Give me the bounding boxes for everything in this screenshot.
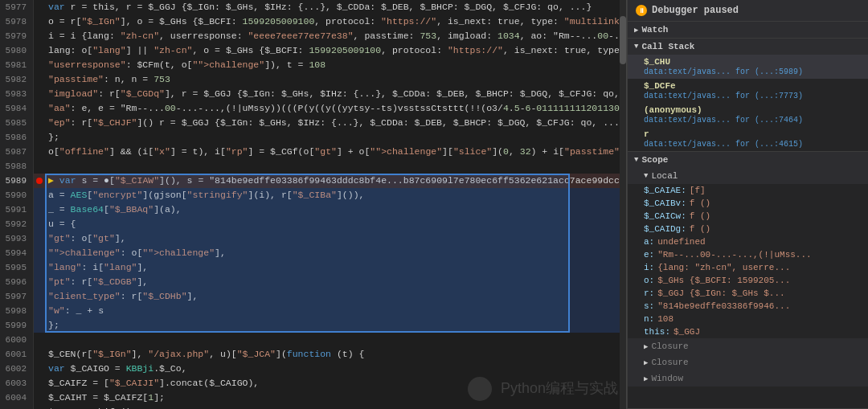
code-line: 5991 _ = Base64["$_BBAq"](a), bbox=[0, 202, 626, 217]
code-line: 5993 "gt": o["gt"], bbox=[0, 231, 626, 246]
code-line: 5997 "client_type": r["$_CDHb"], bbox=[0, 289, 626, 304]
scope-val: "814be9edffe03386f9946... bbox=[657, 301, 790, 311]
line-content: "gt": o["gt"], bbox=[45, 231, 126, 246]
line-content: lang: o["lang"] || "zh-cn", o = $_GHs {$… bbox=[45, 43, 626, 58]
line-number: 5982 bbox=[0, 72, 34, 87]
line-number: 5988 bbox=[0, 159, 34, 174]
line-number: 5994 bbox=[0, 246, 34, 260]
line-number: 6004 bbox=[0, 391, 34, 405]
scope-item: $_CAICw: f () bbox=[628, 210, 868, 223]
code-line: 6000 bbox=[0, 333, 626, 347]
code-line: 5989▶ var s = ●["$_CIAW"](), s = "814be9… bbox=[0, 174, 626, 188]
code-line: 5981 "userresponse": $CFm(t, o["">challe… bbox=[0, 58, 626, 72]
line-content: $_CAIFZ = ["$_CAIJI"].concat($_CAIGO), bbox=[45, 376, 259, 391]
line-number: 5997 bbox=[0, 289, 34, 304]
line-number: 6005 bbox=[0, 405, 34, 409]
call-stack-item[interactable]: $_DCFedata:text/javas... for (...:7773) bbox=[628, 79, 868, 103]
scope-val: [f] bbox=[690, 186, 706, 195]
scope-item: a: undefined bbox=[628, 235, 868, 248]
call-stack-chevron: ▼ bbox=[634, 43, 638, 51]
scope-key: s: bbox=[644, 301, 654, 311]
line-number: 6002 bbox=[0, 362, 34, 376]
call-stack-item[interactable]: (anonymous)data:text/javas... for (...:7… bbox=[628, 103, 868, 127]
line-number: 5989 bbox=[0, 174, 34, 188]
line-number: 5980 bbox=[0, 43, 34, 58]
watch-header[interactable]: ▶ Watch bbox=[628, 22, 868, 38]
line-number: 5995 bbox=[0, 260, 34, 275]
code-line: 5998 "w": _ + s bbox=[0, 304, 626, 318]
call-stack-fn: $_CHU bbox=[644, 57, 670, 67]
scrollbar-thumb[interactable] bbox=[620, 16, 626, 64]
call-stack-file: data:text/javas... for (...:5989) bbox=[644, 67, 803, 76]
line-content: "">challenge": o["">challenge"], bbox=[45, 246, 226, 260]
scope-key: e: bbox=[644, 250, 654, 260]
call-stack-header[interactable]: ▼ Call Stack bbox=[628, 39, 868, 55]
line-content: "client_type": r["$_CDHb"], bbox=[45, 289, 198, 304]
debug-panel: Debugger paused ▶ Watch ▼ Call Stack $_C… bbox=[627, 0, 868, 409]
local-label: Local bbox=[651, 171, 678, 181]
window-header[interactable]: ▶ Window bbox=[628, 370, 868, 387]
line-number: 6001 bbox=[0, 347, 34, 362]
scrollbar[interactable] bbox=[620, 0, 626, 409]
line-content: o = r["$_IGn"], o = $_GHs {$_BCFI: 15992… bbox=[45, 14, 626, 29]
line-content: "passtime": n, n = 753 bbox=[45, 72, 170, 87]
scope-key: $_CAIDg: bbox=[644, 224, 686, 234]
scope-item: $_CAIDg: f () bbox=[628, 223, 868, 235]
closure2-chevron: ▶ bbox=[644, 358, 648, 367]
watch-chevron: ▶ bbox=[634, 26, 638, 35]
scope-key: r: bbox=[644, 288, 654, 298]
line-number: 5990 bbox=[0, 188, 34, 202]
call-stack-item[interactable]: rdata:text/javas... for (...:4615) bbox=[628, 127, 868, 151]
code-line: 5999 }; bbox=[0, 318, 626, 333]
line-content: var $_CAIGO = KBBji.$_Co, bbox=[45, 362, 187, 376]
code-line: 5984 "aa": e, e = "Rm--...00-...-...,(!|… bbox=[0, 101, 626, 116]
line-content: o["offline"] && (i["x"] = t), i["rp"] = … bbox=[45, 145, 626, 159]
local-chevron: ▼ bbox=[644, 172, 648, 180]
code-line: 6005 $_CAIFZ.shift(); bbox=[0, 405, 626, 409]
scope-val: undefined bbox=[657, 237, 705, 247]
line-number: 5985 bbox=[0, 116, 34, 130]
call-stack-fn: r bbox=[644, 129, 649, 139]
scope-key: a: bbox=[644, 237, 654, 247]
call-stack-label: Call Stack bbox=[641, 42, 694, 51]
call-stack-item[interactable]: $_CHUdata:text/javas... for (...:5989) bbox=[628, 55, 868, 79]
scope-item: e: "Rm--...00-...-...,(!|uMss... bbox=[628, 248, 868, 261]
call-stack-file: data:text/javas... for (...:7773) bbox=[644, 92, 803, 100]
code-line: 5979 i = i {lang: "zh-cn", userresponse:… bbox=[0, 29, 626, 43]
scope-key: i: bbox=[644, 263, 654, 272]
line-number: 5981 bbox=[0, 58, 34, 72]
local-scope-header[interactable]: ▼ Local bbox=[628, 168, 868, 184]
code-line: 6004 $_CAIHT = $_CAIFZ[1]; bbox=[0, 391, 626, 405]
paused-icon bbox=[636, 5, 647, 16]
window-chevron: ▶ bbox=[644, 374, 648, 383]
line-content: $_CAIHT = $_CAIFZ[1]; bbox=[45, 391, 165, 405]
scope-header[interactable]: ▼ Scope bbox=[628, 152, 868, 168]
closure-label: Closure bbox=[651, 342, 688, 351]
line-number: 5998 bbox=[0, 304, 34, 318]
line-number: 5999 bbox=[0, 318, 34, 333]
line-content: "userresponse": $CFm(t, o["">challenge"]… bbox=[45, 58, 326, 72]
scope-section: ▼ Scope ▼ Local $_CAIAE: [f]$_CAIBv: f (… bbox=[628, 152, 868, 409]
breakpoint-area[interactable] bbox=[34, 178, 45, 184]
closure2-header[interactable]: ▶ Closure bbox=[628, 354, 868, 370]
line-content: "w": _ + s bbox=[45, 304, 104, 318]
scope-val: "Rm--...00-...-...,(!|uMss... bbox=[657, 250, 811, 260]
line-number: 5996 bbox=[0, 275, 34, 289]
line-content: $_CAIFZ.shift(); bbox=[45, 405, 137, 409]
closure-header[interactable]: ▶ Closure bbox=[628, 338, 868, 354]
code-line: 6001 $_CEN(r["$_IGn"], "/ajax.php", u)["… bbox=[0, 347, 626, 362]
line-content: "pt": r["$_CDGB"], bbox=[45, 275, 148, 289]
line-content: "lang": i["lang"], bbox=[45, 260, 148, 275]
scope-item: i: {lang: "zh-cn", userre... bbox=[628, 261, 868, 274]
code-line: 5983 "imgload": r["$_CGDq"], r = $_GGJ {… bbox=[0, 87, 626, 101]
debug-header: Debugger paused bbox=[628, 0, 868, 22]
line-number: 5993 bbox=[0, 231, 34, 246]
call-stack-fn: $_DCFe bbox=[644, 81, 676, 91]
line-number: 5979 bbox=[0, 29, 34, 43]
scope-item: this: $_GGJ bbox=[628, 325, 868, 338]
scope-items: $_CAIAE: [f]$_CAIBv: f ()$_CAICw: f ()$_… bbox=[628, 184, 868, 338]
code-line: 6002 var $_CAIGO = KBBji.$_Co, bbox=[0, 362, 626, 376]
scope-key: this: bbox=[644, 327, 670, 337]
line-number: 5991 bbox=[0, 202, 34, 217]
closure-chevron: ▶ bbox=[644, 342, 648, 351]
